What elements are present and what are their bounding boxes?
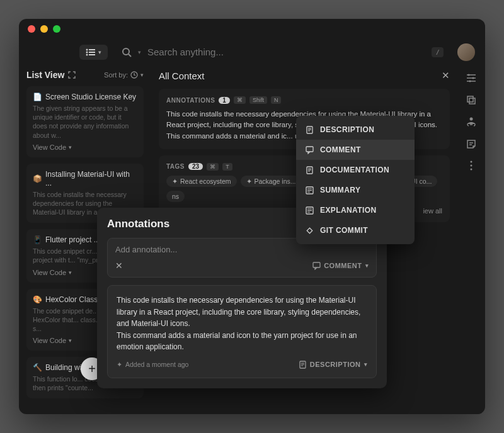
section-label: ANNOTATIONS <box>166 97 215 104</box>
comment-icon <box>312 262 321 270</box>
search-bar[interactable]: ▾ / <box>115 43 450 61</box>
svg-rect-25 <box>307 228 312 233</box>
chevron-down-icon: ▾ <box>140 72 144 78</box>
svg-rect-5 <box>89 54 95 55</box>
document-icon <box>299 361 307 369</box>
lines-icon <box>305 206 314 215</box>
clock-icon <box>130 71 138 79</box>
svg-rect-1 <box>89 49 95 50</box>
view-mode-button[interactable]: ▾ <box>79 45 108 60</box>
search-input[interactable] <box>147 47 425 57</box>
tags-count: 23 <box>188 163 203 170</box>
chevron-down-icon: ▾ <box>365 262 369 269</box>
diamond-icon <box>305 227 314 235</box>
svg-point-17 <box>471 169 472 171</box>
annotation-body: This code installs the necessary depende… <box>117 295 367 353</box>
annotations-count: 1 <box>219 97 230 104</box>
kbd-badge: ⌘ <box>207 163 219 171</box>
user-avatar[interactable] <box>457 43 475 61</box>
close-icon[interactable]: ✕ <box>115 261 123 271</box>
view-code-button[interactable]: View Code▾ <box>33 143 137 151</box>
annotation-timestamp: ✦ Added a moment ago <box>117 361 188 368</box>
menu-item-description[interactable]: DESCRIPTION <box>296 120 415 140</box>
app-window: ▾ ▾ / List View Sort by: ▾ <box>19 19 485 414</box>
svg-point-2 <box>86 51 88 53</box>
svg-rect-12 <box>467 96 473 102</box>
flutter-icon: 📱 <box>33 235 42 244</box>
annotation-type-select[interactable]: DESCRIPTION ▾ <box>299 361 367 369</box>
chevron-down-icon: ▾ <box>364 361 368 368</box>
svg-point-10 <box>472 77 474 79</box>
tag-chip[interactable]: ✦ React ecosystem <box>166 176 237 187</box>
document-icon <box>305 166 314 174</box>
svg-point-15 <box>471 161 472 163</box>
existing-annotation: This code installs the necessary depende… <box>107 285 377 378</box>
color-icon: 🎨 <box>33 295 42 304</box>
build-icon: 🔨 <box>33 363 42 372</box>
sort-button[interactable]: Sort by: ▾ <box>104 71 144 79</box>
svg-point-9 <box>468 74 470 76</box>
annotation-input[interactable]: Add annotation... <box>115 245 369 254</box>
more-icon[interactable] <box>470 160 472 171</box>
slash-shortcut-badge: / <box>432 47 444 57</box>
close-context-button[interactable]: ✕ <box>442 70 450 81</box>
maximize-window-button[interactable] <box>53 25 60 33</box>
menu-item-comment[interactable]: COMMENT <box>296 140 415 160</box>
sidebar-title: List View <box>26 70 76 80</box>
card-description: The given string appears to be a unique … <box>33 104 137 140</box>
annotation-type-menu: DESCRIPTION COMMENT DOCUMENTATION SUMMAR… <box>296 116 415 244</box>
svg-rect-13 <box>469 98 475 104</box>
minimize-window-button[interactable] <box>40 25 48 33</box>
svg-point-16 <box>471 165 472 167</box>
text-icon: 📄 <box>33 93 42 101</box>
svg-point-0 <box>86 48 88 50</box>
svg-line-7 <box>129 54 131 57</box>
titlebar <box>19 19 485 39</box>
section-label: TAGS <box>166 163 185 170</box>
menu-item-summary[interactable]: SUMMARY <box>296 180 415 200</box>
copy-icon[interactable] <box>466 95 476 105</box>
expand-icon[interactable] <box>68 71 76 79</box>
list-item[interactable]: 📄Screen Studio License Key The given str… <box>26 86 144 157</box>
chevron-down-icon: ▾ <box>98 49 101 55</box>
svg-rect-21 <box>306 147 313 152</box>
svg-point-14 <box>470 118 473 121</box>
tag-chip[interactable]: ✦ Package ins... <box>241 176 302 187</box>
person-link-icon[interactable] <box>466 116 476 128</box>
chevron-down-icon: ▾ <box>138 49 141 55</box>
kbd-badge: N <box>271 96 282 104</box>
svg-point-6 <box>123 48 129 55</box>
svg-rect-3 <box>89 52 95 53</box>
list-icon <box>86 48 96 56</box>
lines-icon <box>305 186 314 194</box>
svg-point-11 <box>469 81 471 82</box>
note-icon[interactable] <box>466 139 476 149</box>
search-icon <box>122 47 132 57</box>
context-title: All Context <box>159 70 205 81</box>
settings-icon[interactable] <box>466 72 477 84</box>
svg-rect-18 <box>313 262 320 267</box>
comment-icon <box>305 146 314 154</box>
package-icon: 📦 <box>33 174 42 183</box>
menu-item-documentation[interactable]: DOCUMENTATION <box>296 160 415 180</box>
right-rail <box>457 65 485 414</box>
kbd-badge: ⌘ <box>234 96 246 104</box>
topbar: ▾ ▾ / <box>19 39 485 65</box>
kbd-badge: Shift <box>249 96 267 104</box>
menu-item-explanation[interactable]: EXPLANATION <box>296 200 415 220</box>
document-icon <box>305 126 314 134</box>
tag-chip[interactable]: ns <box>166 191 185 202</box>
kbd-badge: T <box>222 163 232 171</box>
close-window-button[interactable] <box>28 25 35 33</box>
menu-item-git-commit[interactable]: GIT COMMIT <box>296 220 415 240</box>
svg-point-4 <box>86 53 88 55</box>
annotation-type-select[interactable]: COMMENT ▾ <box>312 262 369 270</box>
